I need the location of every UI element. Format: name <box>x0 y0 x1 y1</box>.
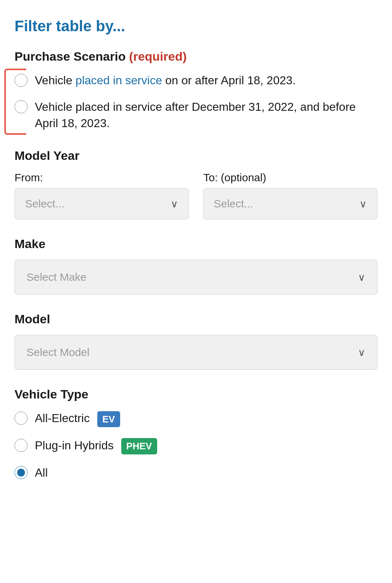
chevron-down-icon: ∨ <box>359 198 367 210</box>
to-label: To: (optional) <box>203 171 377 184</box>
vehicle-type-all-label: All <box>35 465 48 481</box>
purchase-scenario-options: Vehicle placed in service on or after Ap… <box>15 72 377 131</box>
vehicle-type-phev-option[interactable]: Plug-in Hybrids PHEV <box>15 437 377 454</box>
model-year-from-placeholder: Select... <box>25 198 64 210</box>
vehicle-type-ev-option[interactable]: All-Electric EV <box>15 410 377 427</box>
required-badge: (required) <box>129 49 187 63</box>
scenario-label-2: Vehicle placed in service after December… <box>35 99 377 131</box>
vehicle-type-ev-radio[interactable] <box>15 412 28 425</box>
model-year-to-placeholder: Select... <box>214 198 253 210</box>
vehicle-type-phev-label: Plug-in Hybrids PHEV <box>35 437 157 454</box>
purchase-scenario-label: Purchase Scenario (required) <box>15 49 377 64</box>
placed-in-service-link: placed in service <box>75 74 162 87</box>
chevron-down-icon: ∨ <box>171 198 178 210</box>
vehicle-type-section: Vehicle Type All-Electric EV Plug-in Hyb… <box>15 387 377 481</box>
make-label: Make <box>15 237 377 251</box>
model-year-section: Model Year From: Select... ∨ To: (option… <box>15 149 377 219</box>
model-year-from-dropdown[interactable]: Select... ∨ <box>15 188 189 219</box>
chevron-down-icon: ∨ <box>358 271 366 283</box>
from-label: From: <box>15 171 189 184</box>
make-dropdown[interactable]: Select Make ∨ <box>15 260 377 295</box>
scenario-option-1[interactable]: Vehicle placed in service on or after Ap… <box>15 72 377 89</box>
red-bracket-annotation <box>4 69 26 135</box>
vehicle-type-label: Vehicle Type <box>15 387 377 401</box>
vehicle-type-ev-label: All-Electric EV <box>35 410 120 427</box>
phev-badge: PHEV <box>121 438 157 454</box>
vehicle-type-all-option[interactable]: All <box>15 465 377 481</box>
vehicle-type-phev-radio[interactable] <box>15 439 28 452</box>
model-label: Model <box>15 312 377 326</box>
scenario-label-1: Vehicle placed in service on or after Ap… <box>35 72 296 89</box>
chevron-down-icon: ∨ <box>358 347 366 359</box>
filter-title: Filter table by... <box>15 17 377 35</box>
ev-badge: EV <box>97 411 120 427</box>
make-placeholder: Select Make <box>26 271 86 283</box>
model-year-to-dropdown[interactable]: Select... ∨ <box>203 188 377 219</box>
model-year-from-col: From: Select... ∨ <box>15 171 189 219</box>
model-dropdown[interactable]: Select Model ∨ <box>15 335 377 370</box>
make-section: Make Select Make ∨ <box>15 237 377 295</box>
model-year-label: Model Year <box>15 149 377 163</box>
model-section: Model Select Model ∨ <box>15 312 377 370</box>
scenario-option-2[interactable]: Vehicle placed in service after December… <box>15 99 377 131</box>
model-placeholder: Select Model <box>26 346 89 359</box>
model-year-row: From: Select... ∨ To: (optional) Select.… <box>15 171 377 219</box>
vehicle-type-all-radio[interactable] <box>15 466 28 479</box>
purchase-scenario-section: Purchase Scenario (required) Vehicle pla… <box>15 49 377 131</box>
model-year-to-col: To: (optional) Select... ∨ <box>203 171 377 219</box>
